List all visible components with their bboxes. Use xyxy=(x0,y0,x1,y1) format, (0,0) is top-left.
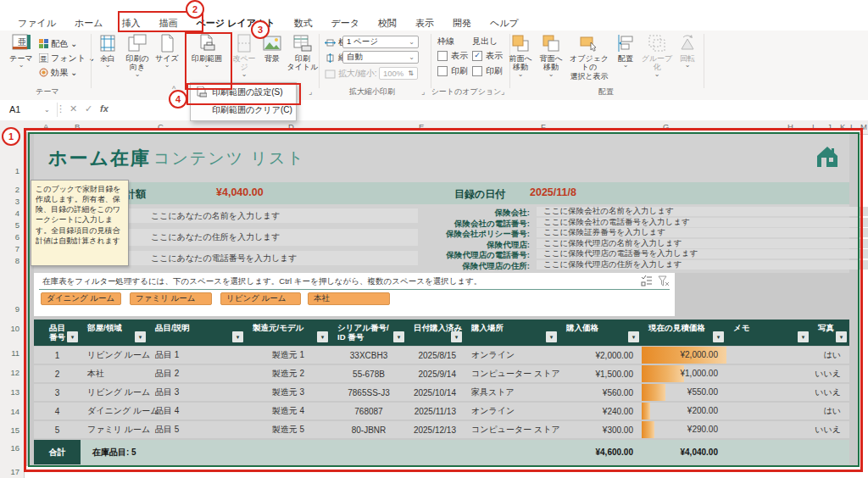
fx-icon[interactable]: fx xyxy=(100,103,108,114)
column-header-B[interactable]: B xyxy=(75,122,80,131)
cancel-icon[interactable]: ✕ xyxy=(70,103,77,114)
insurance-field-1[interactable]: ここに保険会社の名前を入力します xyxy=(537,207,868,216)
row-header-12[interactable]: 12 xyxy=(10,368,19,377)
column-header-E[interactable]: E xyxy=(419,122,424,131)
row-header-13[interactable]: 13 xyxy=(10,387,19,397)
row-header-8[interactable]: 8 xyxy=(15,256,19,265)
filter-button[interactable]: ▾ xyxy=(135,331,146,342)
scale-width-select[interactable]: 1 ページ⌄ xyxy=(342,36,419,48)
column-header-A[interactable]: A xyxy=(43,122,48,131)
menu-tab-4[interactable]: 描画 xyxy=(152,16,186,31)
row-header-10[interactable]: 10 xyxy=(10,324,19,333)
row-header-6[interactable]: 6 xyxy=(15,232,19,242)
send-backward-button[interactable]: 背面へ 移動 ⌄ xyxy=(537,34,565,85)
row-header-11[interactable]: 11 xyxy=(11,348,19,358)
menu-item-set-print-area[interactable]: 印刷範囲の設定(S) xyxy=(191,83,296,101)
row-header-1[interactable]: 1 xyxy=(15,166,19,175)
menu-tab-6[interactable]: 数式 xyxy=(286,16,320,31)
name-box-chevron-icon[interactable]: ⌄ xyxy=(44,106,50,114)
worksheet[interactable]: ホーム在庫 コンテンツ リスト 見積り合計額 ¥4,040.00 目録の日付 2… xyxy=(26,132,858,466)
slicer-button-3[interactable]: リビング ルーム xyxy=(220,292,301,305)
theme-effects-button[interactable]: 効果⌄ xyxy=(39,66,77,79)
theme-colors-button[interactable]: 配色⌄ xyxy=(39,37,77,50)
gridlines-view-checkbox[interactable]: 表示 xyxy=(437,50,468,62)
slicer-button-1[interactable]: ダイニング ルーム xyxy=(41,292,121,305)
menu-tab-2[interactable]: ホーム xyxy=(67,16,111,31)
breaks-button[interactable]: 改ページ ⌄ xyxy=(230,34,259,85)
scale-factor-field[interactable]: 100%⇅ xyxy=(379,67,418,80)
menu-tab-8[interactable]: 校閲 xyxy=(370,16,404,31)
menu-tab-1[interactable]: ファイル xyxy=(10,16,64,31)
align-button[interactable]: 配置 ⌄ xyxy=(613,34,638,85)
formula-options-icon[interactable]: ⋮ xyxy=(56,103,65,114)
filter-button[interactable]: ▾ xyxy=(546,331,557,342)
insurance-field-5[interactable]: ここに保険代理店の電話番号を入力します xyxy=(537,249,868,258)
row-header-3[interactable]: 3 xyxy=(15,197,19,206)
scale-height-select[interactable]: 自動⌄ xyxy=(342,51,419,64)
headings-view-checkbox[interactable]: ✓表示 xyxy=(472,50,503,62)
column-header-J[interactable]: J xyxy=(827,122,832,131)
margins-button[interactable]: 余白 ⌄ xyxy=(95,34,120,85)
row-header-14[interactable]: 14 xyxy=(10,407,19,416)
table-row-2[interactable]: 2本社品目 2製造元 255-678B2025/9/14コンピューター ストア¥… xyxy=(34,365,849,382)
row-header-15[interactable]: 15 xyxy=(10,425,19,435)
row-header-2[interactable]: 2 xyxy=(15,185,19,194)
filter-button[interactable]: ▾ xyxy=(451,331,462,342)
slicer-button-4[interactable]: 本社 xyxy=(308,292,390,305)
insurance-field-3[interactable]: ここに保険証券番号を入力します xyxy=(537,228,868,237)
menu-tab-9[interactable]: 表示 xyxy=(408,16,442,31)
column-header-G[interactable]: G xyxy=(663,122,669,131)
menu-tab-10[interactable]: 開発 xyxy=(445,16,479,31)
menu-tab-7[interactable]: データ xyxy=(323,16,367,31)
menu-tab-11[interactable]: ヘルプ xyxy=(482,16,526,31)
gridlines-print-checkbox[interactable]: 印刷 xyxy=(437,65,468,77)
column-header-C[interactable]: C xyxy=(158,122,164,131)
clear-filter-icon[interactable] xyxy=(658,275,670,286)
print-area-button[interactable]: 印刷範囲 ⌄ xyxy=(187,34,226,85)
table-row-3[interactable]: 3リビング ルーム品目 3製造元 37865SS-J32025/10/14家具ス… xyxy=(34,384,849,401)
row-headers[interactable]: 1234567891011121314151617 xyxy=(0,134,25,478)
filter-button[interactable]: ▾ xyxy=(67,331,78,342)
menu-tab-3[interactable]: 挿入 xyxy=(114,16,148,31)
column-header-M[interactable]: M xyxy=(860,122,867,131)
enter-icon[interactable]: ✓ xyxy=(85,103,92,114)
page-setup-dialog-launcher[interactable]: ⌟ xyxy=(309,87,317,96)
table-row-4[interactable]: 4ダイニング ルーム品目 4製造元 47680872025/11/13オンライン… xyxy=(34,403,849,420)
insurance-field-6[interactable]: ここに保険代理店の住所を入力します xyxy=(537,260,868,270)
column-header-D[interactable]: D xyxy=(288,122,294,131)
scale-dialog-launcher[interactable]: ⌟ xyxy=(421,87,430,96)
column-header-H[interactable]: H xyxy=(787,122,793,131)
table-row-1[interactable]: 1リビング ルーム品目 1製造元 133XCBH32025/8/15オンライン¥… xyxy=(34,347,849,364)
row-header-9[interactable]: 9 xyxy=(15,304,19,314)
row-header-17[interactable]: 17 xyxy=(10,467,19,476)
insurance-field-2[interactable]: ここに保険会社の電話番号を入力します xyxy=(537,218,868,227)
row-header-7[interactable]: 7 xyxy=(15,244,19,253)
headings-print-checkbox[interactable]: 印刷 xyxy=(472,65,503,77)
selection-pane-button[interactable]: オブジェクトの 選択と表示 xyxy=(567,34,611,85)
slicer-button-2[interactable]: ファミリ ルーム xyxy=(130,292,212,305)
column-header-I[interactable]: I xyxy=(812,122,815,131)
rotate-button[interactable]: 回転 ⌄ xyxy=(676,34,699,85)
print-titles-button[interactable]: 印刷 タイトル xyxy=(287,34,319,85)
column-header-K[interactable]: K xyxy=(840,122,845,131)
filter-button[interactable]: ▾ xyxy=(836,331,847,342)
group-button[interactable]: グループ化 ⌄ xyxy=(640,34,674,85)
filter-button[interactable]: ▾ xyxy=(798,331,809,342)
row-header-4[interactable]: 4 xyxy=(15,208,19,218)
filter-button[interactable]: ▾ xyxy=(713,331,724,342)
size-button[interactable]: サイズ ⌄ xyxy=(154,34,180,85)
menu-item-clear-print-area[interactable]: 印刷範囲のクリア(C) xyxy=(191,101,296,119)
sheet-options-dialog-launcher[interactable]: ⌟ xyxy=(501,87,509,96)
row-header-16[interactable]: 16 xyxy=(10,443,19,453)
filter-button[interactable]: ▾ xyxy=(628,331,639,342)
insurance-field-4[interactable]: ここに保険代理店の名前を入力します xyxy=(537,239,868,248)
column-header-L[interactable]: L xyxy=(850,122,854,131)
multi-select-icon[interactable] xyxy=(641,275,653,286)
filter-button[interactable]: ▾ xyxy=(317,331,328,342)
filter-button[interactable]: ▾ xyxy=(393,331,404,342)
theme-fonts-button[interactable]: 亜 フォント⌄ xyxy=(39,52,95,64)
background-button[interactable]: 背景 xyxy=(259,34,285,85)
themes-button[interactable]: 亜 テーマ ⌄ xyxy=(7,34,36,85)
bring-forward-button[interactable]: 前面へ 移動 ⌄ xyxy=(506,34,535,85)
column-header-F[interactable]: F xyxy=(541,122,546,131)
